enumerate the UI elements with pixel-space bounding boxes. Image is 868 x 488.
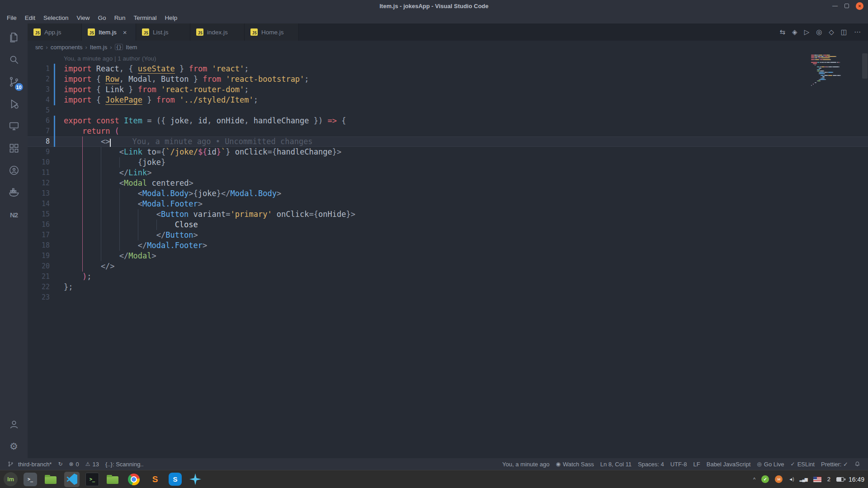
clock[interactable]: 16:49 [849,476,864,483]
docker-run-icon[interactable]: ◇ [829,28,834,36]
menu-edit[interactable]: Edit [21,13,39,23]
code-line-20[interactable]: 20 </> [28,261,868,272]
menu-selection[interactable]: Selection [39,13,73,23]
remote-explorer-icon[interactable] [3,116,25,136]
gitlens-graph-icon[interactable]: ◈ [792,28,797,36]
split-editor-icon[interactable]: ◫ [841,28,847,36]
code-line-11[interactable]: 11 </Link> [28,168,868,178]
tray-messages-icon[interactable]: ✉ [775,475,783,483]
taskbar-terminal-icon[interactable]: >_ [24,473,37,486]
code-line-6[interactable]: 6export const Item = ({ joke, id, onHide… [28,116,868,126]
line-number[interactable]: 12 [28,178,50,188]
code-line-10[interactable]: 10 {joke} [28,157,868,168]
editor-scrollbar[interactable] [862,53,868,458]
taskbar-sublime-icon[interactable]: S [147,472,163,487]
taskbar-chrome-icon[interactable] [126,472,142,487]
tray-us-flag-icon[interactable] [813,477,821,482]
line-number[interactable]: 8 [28,136,50,147]
tray-volume-icon[interactable]: ◄) [788,477,793,482]
code-line-23[interactable]: 23 [28,292,868,303]
breadcrumb-item-js[interactable]: Item.js [90,44,107,51]
taskbar-mint-menu-icon[interactable]: lm [4,472,18,486]
close-button[interactable]: × [856,2,863,10]
statusbar-language-mode[interactable]: Babel JavaScript [703,461,754,468]
code-line-1[interactable]: 1import React, { useState } from 'react'… [28,64,868,74]
menu-view[interactable]: View [73,13,94,23]
menu-run[interactable]: Run [110,13,130,23]
taskbar-files-icon[interactable] [43,472,58,487]
line-number[interactable]: 14 [28,199,50,209]
breadcrumb-components[interactable]: components [51,44,83,51]
code-area[interactable]: 1import React, { useState } from 'react'… [28,64,868,303]
statusbar-eol[interactable]: LF [690,461,703,468]
source-control-icon[interactable]: 10 [3,71,25,92]
taskbar-xterm-icon[interactable]: >_ [85,473,99,486]
line-number[interactable]: 3 [28,84,50,95]
tray-workspace-icon[interactable]: 2 [827,476,830,483]
menu-terminal[interactable]: Terminal [129,13,160,23]
code-line-22[interactable]: 22}; [28,282,868,292]
line-number[interactable]: 23 [28,292,50,303]
statusbar-gitlens-blame[interactable]: You, a minute ago [499,461,552,468]
code-line-15[interactable]: 15 <Button variant='primary' onClick={on… [28,209,868,220]
statusbar-branch[interactable]: third-branch* [5,461,55,468]
line-number[interactable]: 6 [28,116,50,126]
menu-file[interactable]: File [3,13,21,23]
run-file-icon[interactable]: ▷ [804,28,810,36]
code-line-5[interactable]: 5 [28,105,868,116]
code-line-13[interactable]: 13 <Modal.Body>{joke}</Modal.Body> [28,188,868,199]
line-number[interactable]: 11 [28,168,50,178]
tab-index-js[interactable]: JSindex.js [190,23,245,41]
taskbar-vscode-icon[interactable] [64,472,80,487]
line-number[interactable]: 21 [28,272,50,282]
live-preview-icon[interactable]: ◎ [816,28,822,36]
maximize-button[interactable] [844,4,849,8]
extensions-icon[interactable] [3,138,25,159]
statusbar-cursor-position[interactable]: Ln 8, Col 11 [597,461,635,468]
line-number[interactable]: 20 [28,261,50,272]
line-number[interactable]: 22 [28,282,50,292]
code-line-14[interactable]: 14 <Modal.Footer> [28,199,868,209]
tray-network-icon[interactable]: ▂▄▆ [799,477,807,482]
statusbar-prettier[interactable]: Prettier: ✓ [818,461,851,468]
menu-go[interactable]: Go [94,13,110,23]
code-line-7[interactable]: 7 return ( [28,126,868,136]
statusbar-sync[interactable]: ↻ [55,461,66,467]
nx-console-icon[interactable]: N2 [3,204,25,225]
more-actions-icon[interactable]: ⋯ [854,28,861,36]
statusbar-warnings[interactable]: ⚠13 [82,461,102,468]
account-icon[interactable] [3,414,25,435]
breadcrumb-symbol[interactable]: Item [126,44,137,51]
tab-list-js[interactable]: JSList.js [136,23,190,41]
run-debug-icon[interactable] [3,94,25,114]
line-number[interactable]: 1 [28,64,50,74]
code-line-17[interactable]: 17 </Button> [28,230,868,240]
live-share-icon[interactable] [3,160,25,181]
code-line-9[interactable]: 9 <Link to={`/joke/${id}`} onClick={hand… [28,147,868,157]
tray-update-icon[interactable]: ✓ [761,475,769,483]
statusbar-encoding[interactable]: UTF-8 [667,461,690,468]
taskbar-files-2-icon[interactable] [105,472,120,487]
code-line-19[interactable]: 19 </Modal> [28,251,868,261]
code-editor[interactable]: You, a minute ago | 1 author (You) 1impo… [28,53,868,458]
tab-home-js[interactable]: JSHome.js [245,23,299,41]
tray-battery-icon[interactable] [836,477,844,482]
code-line-4[interactable]: 4import { JokePage } from '../styled/Ite… [28,95,868,105]
line-number[interactable]: 19 [28,251,50,261]
tray-expand-icon[interactable]: ^ [753,477,755,482]
line-number[interactable]: 7 [28,126,50,136]
line-number[interactable]: 2 [28,74,50,84]
code-line-16[interactable]: 16 Close [28,220,868,230]
line-number[interactable]: 13 [28,188,50,199]
statusbar-errors[interactable]: ⊗0 [66,461,82,468]
line-number[interactable]: 9 [28,147,50,157]
close-icon[interactable]: × [123,28,127,36]
statusbar-eslint[interactable]: ✓ESLint [788,461,818,468]
tab-item-js[interactable]: JSItem.js× [82,23,136,41]
statusbar-indentation[interactable]: Spaces: 4 [635,461,667,468]
search-icon[interactable] [3,49,25,70]
line-number[interactable]: 5 [28,105,50,116]
menu-help[interactable]: Help [160,13,181,23]
breadcrumb-src[interactable]: src [35,44,43,51]
line-number[interactable]: 16 [28,220,50,230]
